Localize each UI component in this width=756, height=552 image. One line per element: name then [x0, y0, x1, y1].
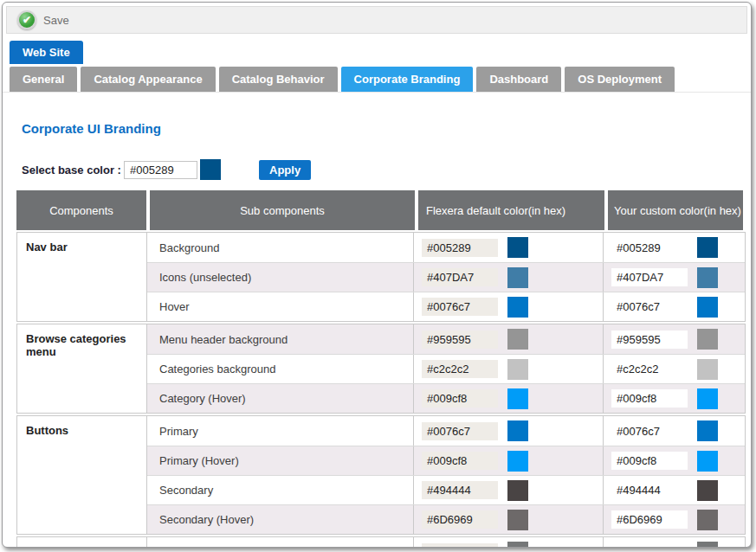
base-color-swatch[interactable] [200, 159, 221, 180]
default-color-swatch [507, 510, 528, 530]
group-nav-bar: Nav bar Background Ico [16, 232, 746, 322]
sub-tabs-row: General Catalog Appearance Catalog Behav… [3, 67, 751, 93]
custom-hex-input[interactable] [611, 481, 688, 499]
default-color-swatch [507, 451, 528, 472]
default-hex-input [422, 389, 498, 408]
sub-component-label: Categories background [147, 355, 414, 383]
default-color-swatch [507, 267, 528, 288]
table-row: Hover [147, 292, 745, 321]
custom-color-swatch[interactable] [697, 420, 718, 441]
component-name: Buttons [17, 416, 147, 534]
apply-button[interactable]: Apply [259, 160, 311, 180]
custom-hex-input[interactable] [611, 543, 688, 549]
custom-hex-input[interactable] [611, 331, 688, 349]
custom-color-swatch[interactable] [697, 359, 718, 380]
table-row: Category (Hover) [147, 383, 745, 413]
default-hex-input [422, 331, 498, 349]
custom-color-swatch[interactable] [697, 297, 718, 318]
table-header-row: Components Sub components Flexera defaul… [16, 190, 746, 230]
custom-color-swatch[interactable] [697, 329, 718, 350]
tab-web-site[interactable]: Web Site [10, 41, 83, 64]
tab-dashboard[interactable]: Dashboard [476, 67, 561, 92]
custom-color-swatch[interactable] [697, 237, 718, 258]
sub-component-label: Primary (Hover) [147, 446, 414, 475]
default-hex-input [422, 268, 498, 286]
save-button-label: Save [43, 14, 69, 27]
default-hex-input [422, 239, 498, 257]
default-hex-input [422, 543, 498, 549]
sub-component-label: Header row background [147, 537, 414, 548]
sub-component-label: Secondary (Hover) [147, 505, 414, 534]
default-color-swatch [507, 420, 528, 441]
settings-window: ✔ Save Web Site General Catalog Appearan… [2, 2, 752, 548]
header-default-color: Flexera default color(in hex) [418, 190, 604, 230]
table-row: Background [147, 233, 745, 262]
default-color-swatch [507, 388, 528, 409]
sub-component-label: Menu header background [147, 324, 414, 354]
sub-component-label: Primary [147, 416, 414, 446]
sub-component-label: Hover [147, 292, 414, 321]
group-buttons: Buttons Primary Primar [16, 415, 746, 535]
tab-general[interactable]: General [10, 67, 77, 92]
component-name: Nav bar [17, 233, 147, 321]
default-color-swatch [507, 359, 528, 380]
custom-color-swatch[interactable] [697, 451, 718, 472]
component-name: Browse categories menu [17, 324, 147, 413]
default-hex-input [422, 510, 498, 529]
custom-hex-input[interactable] [611, 422, 688, 440]
custom-hex-input[interactable] [611, 510, 688, 529]
default-color-swatch [507, 542, 528, 548]
custom-hex-input[interactable] [611, 389, 688, 408]
table-row: Menu header background [147, 324, 745, 354]
tab-catalog-appearance[interactable]: Catalog Appearance [81, 67, 215, 92]
sub-component-label: Category (Hover) [147, 384, 414, 413]
table-row: Header row background [147, 537, 745, 548]
branding-table: Components Sub components Flexera defaul… [16, 190, 746, 548]
custom-color-swatch[interactable] [697, 267, 718, 288]
table-row: Categories background [147, 354, 745, 383]
default-hex-input [422, 360, 498, 378]
custom-hex-input[interactable] [611, 360, 688, 378]
base-color-input[interactable] [124, 161, 197, 179]
table-row: Primary [147, 416, 745, 446]
custom-color-swatch[interactable] [697, 480, 718, 501]
table-row: Secondary [147, 475, 745, 504]
group-browse-categories-menu: Browse categories menu Menu header backg… [16, 324, 746, 414]
default-hex-input [422, 298, 498, 316]
custom-color-swatch[interactable] [697, 388, 718, 409]
sub-component-label: Secondary [147, 476, 414, 504]
header-components: Components [16, 190, 146, 230]
table-row: Icons (unselected) [147, 262, 745, 292]
default-hex-input [422, 481, 498, 499]
default-color-swatch [507, 297, 528, 318]
custom-hex-input[interactable] [611, 239, 688, 257]
custom-hex-input[interactable] [611, 268, 688, 286]
save-check-icon: ✔ [17, 10, 36, 29]
header-sub-components: Sub components [150, 190, 415, 230]
tab-catalog-behavior[interactable]: Catalog Behavior [219, 67, 338, 92]
tab-corporate-branding[interactable]: Corporate Branding [341, 67, 474, 92]
tab-content: Corporate UI Branding Select base color … [3, 121, 751, 548]
site-tab-row: Web Site [3, 41, 751, 64]
table-row: Secondary (Hover) [147, 504, 745, 534]
toolbar: ✔ Save [6, 6, 747, 34]
sub-component-label: Background [147, 233, 414, 262]
tab-os-deployment[interactable]: OS Deployment [565, 67, 675, 92]
default-color-swatch [507, 329, 528, 350]
default-color-swatch [507, 237, 528, 258]
custom-color-swatch[interactable] [697, 510, 718, 530]
group-grid-table: Grid/Table Header row background [16, 536, 746, 548]
header-custom-color: Your custom color(in hex) [608, 190, 743, 230]
custom-hex-input[interactable] [611, 452, 688, 470]
default-color-swatch [507, 480, 528, 501]
custom-hex-input[interactable] [611, 298, 688, 316]
save-button[interactable]: ✔ Save [17, 10, 69, 29]
custom-color-swatch[interactable] [697, 542, 718, 548]
table-row: Primary (Hover) [147, 446, 745, 475]
page-title: Corporate UI Branding [22, 121, 732, 136]
default-hex-input [422, 452, 498, 470]
default-hex-input [422, 422, 498, 440]
base-color-form: Select base color : Apply [22, 159, 732, 180]
base-color-label: Select base color : [22, 164, 124, 177]
sub-component-label: Icons (unselected) [147, 263, 414, 292]
